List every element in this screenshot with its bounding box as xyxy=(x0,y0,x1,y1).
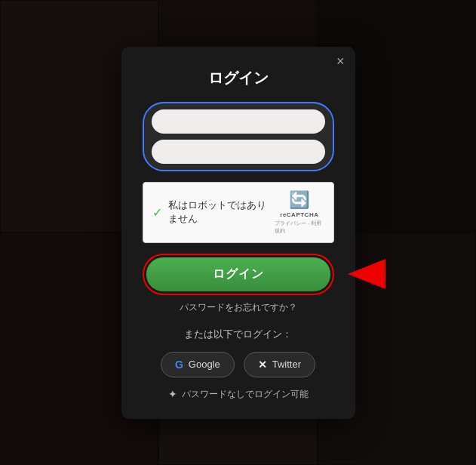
twitter-icon: ✕ xyxy=(258,359,267,371)
modal-title: ログイン xyxy=(143,68,334,88)
social-buttons-row: G Google ✕ Twitter xyxy=(143,352,334,377)
username-input[interactable] xyxy=(152,109,325,134)
passwordless-label: パスワードなしでログイン可能 xyxy=(182,388,309,401)
recaptcha-brand: reCAPTCHA xyxy=(280,211,318,218)
close-button[interactable]: × xyxy=(336,54,345,68)
recaptcha-links: プライバシー - 利用規約 xyxy=(275,220,324,235)
twitter-button-label: Twitter xyxy=(272,359,301,370)
arrow-indicator xyxy=(348,259,385,289)
recaptcha-widget[interactable]: ✓ 私はロボットではありません 🔄 reCAPTCHA プライバシー - 利用規… xyxy=(143,182,334,243)
modal-wrapper: × ログイン ✓ 私はロボットではありません 🔄 reCAPTCHA プライバシ… xyxy=(0,0,476,465)
google-button-label: Google xyxy=(189,359,220,370)
twitter-login-button[interactable]: ✕ Twitter xyxy=(244,352,315,377)
login-modal: × ログイン ✓ 私はロボットではありません 🔄 reCAPTCHA プライバシ… xyxy=(121,47,355,419)
social-login-label: または以下でログイン： xyxy=(143,328,334,341)
recaptcha-logo-icon: 🔄 xyxy=(289,190,309,210)
login-button-wrapper: ログイン xyxy=(143,254,334,295)
input-group xyxy=(143,102,334,171)
recaptcha-right: 🔄 reCAPTCHA プライバシー - 利用規約 xyxy=(275,190,324,235)
recaptcha-left: ✓ 私はロボットではありません xyxy=(152,199,275,226)
login-button[interactable]: ログイン xyxy=(146,257,330,291)
sparkle-icon: ✦ xyxy=(168,388,177,400)
arrow-shape xyxy=(348,259,385,289)
forgot-password-link[interactable]: パスワードをお忘れですか？ xyxy=(143,301,334,314)
password-input[interactable] xyxy=(152,140,325,164)
google-login-button[interactable]: G Google xyxy=(161,352,235,377)
passwordless-login-row[interactable]: ✦ パスワードなしでログイン可能 xyxy=(143,388,334,401)
recaptcha-label: 私はロボットではありません xyxy=(168,199,275,226)
check-icon: ✓ xyxy=(152,205,162,220)
google-icon: G xyxy=(175,359,183,371)
